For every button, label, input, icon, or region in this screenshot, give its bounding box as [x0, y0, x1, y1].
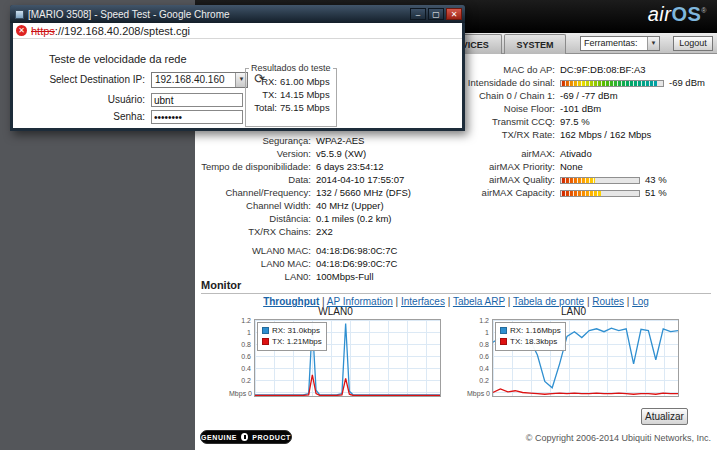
url-scheme: https [31, 25, 55, 37]
rx-series-swatch [500, 327, 507, 334]
logout-button[interactable]: Logout [673, 36, 713, 51]
speed-test-heading: Teste de velocidade da rede [49, 53, 187, 65]
status-label: Channel/Frequency: [197, 186, 311, 199]
status-row: MAC do AP:DC:9F:DB:08:BF:A3 [459, 63, 715, 76]
status-row: WLAN0 MAC:04:18:D6:98:0C:7C [197, 244, 457, 257]
status-value: 51 % [645, 187, 667, 198]
tx-legend-label: TX: 18.3kbps [510, 337, 557, 346]
maximize-button[interactable]: ▢ [428, 8, 444, 20]
genuine-product-badge: GENUINE PRODUCT [200, 430, 292, 444]
registered-mark: ® [701, 7, 707, 14]
status-row: Tempo de disponibilidade:6 days 23:54:12 [197, 160, 457, 173]
user-label: Usuário: [13, 92, 145, 108]
window-icon [15, 10, 24, 19]
tools-select[interactable]: Ferramentas: ▼ [580, 36, 660, 51]
status-value: 6 days 23:54:12 [316, 161, 384, 172]
status-value: 40 MHz (Upper) [316, 200, 384, 211]
y-tick: 0.8 [228, 341, 251, 348]
y-tick: 1 [466, 329, 489, 336]
status-row: airMAX Capacity:51 % [459, 186, 715, 199]
status-label: airMAX: [459, 147, 555, 160]
chart-wlan0: WLAN0 1.2 1 0.8 0.6 0.4 0.2 Mbps 0 RX: 3… [228, 306, 443, 404]
status-row: TX/RX Rate:162 Mbps / 162 Mbps [459, 128, 715, 141]
y-tick: 0.4 [466, 365, 489, 372]
status-value: WPA2-AES [316, 135, 364, 146]
status-value: 97.5 % [560, 116, 590, 127]
status-value: v5.5.9 (XW) [316, 148, 366, 159]
y-tick: 0.2 [466, 377, 489, 384]
y-tick: 1.2 [466, 317, 489, 324]
lan0-plot-area: RX: 1.16Mbps TX: 18.3kbps [492, 319, 679, 397]
status-value: -69 / -77 dBm [560, 90, 618, 101]
lock-icon [241, 433, 248, 441]
refresh-monitor-button[interactable]: Atualizar [641, 408, 688, 425]
window-title: [MARIO 3508] - Speed Test - Google Chrom… [28, 9, 410, 20]
status-label: Chain 0 / Chain 1: [459, 89, 555, 102]
status-value: 43 % [645, 174, 667, 185]
user-input[interactable] [151, 93, 243, 107]
airmax-quality-bar [560, 177, 640, 184]
status-label: Channel Width: [197, 199, 311, 212]
status-row: Version:v5.5.9 (XW) [197, 147, 457, 160]
tab-system[interactable]: SYSTEM [504, 34, 566, 54]
rx-legend-label: RX: 1.16Mbps [510, 326, 561, 335]
status-label: Tempo de disponibilidade: [197, 160, 311, 173]
chart-title: LAN0 [466, 306, 681, 318]
y-tick: 1.2 [228, 317, 251, 324]
status-row: TX/RX Chains:2X2 [197, 225, 457, 238]
genuine-text: GENUINE [201, 434, 237, 441]
status-right-column: MAC do AP:DC:9F:DB:08:BF:A3 Intensidade … [459, 63, 715, 199]
status-row: Transmit CCQ:97.5 % [459, 115, 715, 128]
wlan0-plot-area: RX: 31.0kbps TX: 1.21Mbps [254, 319, 441, 397]
close-button[interactable]: ✕ [446, 8, 462, 20]
airmax-capacity-bar [560, 190, 640, 197]
status-value: Ativado [560, 148, 592, 159]
status-row: Intensidade do sinal:-69 dBm [459, 76, 715, 89]
status-row: Channel Width:40 MHz (Upper) [197, 199, 457, 212]
tx-series-swatch [500, 338, 507, 345]
y-axis-unit: Mbps 0 [225, 390, 252, 397]
tx-legend-label: TX: 1.21Mbps [272, 337, 322, 346]
password-label: Senha: [13, 109, 145, 125]
copyright-text: © Copyright 2006-2014 Ubiquiti Networks,… [526, 433, 711, 443]
result-row: RX:61.00 Mbps [249, 75, 333, 88]
password-input[interactable] [151, 110, 243, 124]
status-value: 04:18:D6:98:0C:7C [316, 245, 397, 256]
desktop: airOS® SERVICES SYSTEM Ferramentas: ▼ Lo… [0, 0, 717, 450]
status-label: Transmit CCQ: [459, 115, 555, 128]
minimize-button[interactable]: – [410, 8, 426, 20]
status-label: Noise Floor: [459, 102, 555, 115]
logo-os-text: OS [671, 3, 701, 25]
result-row: TX:14.15 Mbps [249, 88, 333, 101]
status-label: airMAX Capacity: [459, 186, 555, 199]
status-value: 2X2 [316, 226, 333, 237]
status-value: 132 / 5660 MHz (DFS) [316, 187, 411, 198]
status-left-column: Segurança:WPA2-AES Version:v5.5.9 (XW) T… [197, 134, 457, 283]
y-tick: 0.4 [228, 365, 251, 372]
chart-legend: RX: 1.16Mbps TX: 18.3kbps [495, 322, 566, 351]
status-row: LAN0 MAC:04:18:D6:99:0C:7C [197, 257, 457, 270]
status-row: Channel/Frequency:132 / 5660 MHz (DFS) [197, 186, 457, 199]
status-value: 0.1 miles (0.2 km) [316, 213, 392, 224]
window-titlebar[interactable]: [MARIO 3508] - Speed Test - Google Chrom… [10, 5, 465, 23]
speed-test-window: [MARIO 3508] - Speed Test - Google Chrom… [10, 5, 465, 131]
status-value: DC:9F:DB:08:BF:A3 [560, 64, 646, 75]
status-value: None [560, 161, 583, 172]
y-tick: 0.8 [466, 341, 489, 348]
status-row: Chain 0 / Chain 1:-69 / -77 dBm [459, 89, 715, 102]
url-text[interactable]: https://192.168.40.208/sptest.cgi [31, 25, 190, 37]
y-tick: 0.2 [228, 377, 251, 384]
results-legend: Resultados do teste [249, 63, 333, 73]
rx-series-swatch [262, 327, 269, 334]
status-label: Data: [197, 173, 311, 186]
dest-ip-select[interactable]: 192.168.40.160 ▼ [151, 72, 248, 88]
chart-title: WLAN0 [228, 306, 443, 318]
y-axis-unit: Mbps 0 [463, 390, 490, 397]
status-label: Segurança: [197, 134, 311, 147]
results-fieldset: Resultados do teste RX:61.00 Mbps TX:14.… [245, 63, 337, 127]
y-tick: 0.6 [466, 353, 489, 360]
status-label: TX/RX Rate: [459, 128, 555, 141]
address-bar[interactable]: ✕ https://192.168.40.208/sptest.cgi [13, 23, 462, 39]
tx-series-swatch [262, 338, 269, 345]
status-row: Data:2014-04-10 17:55:07 [197, 173, 457, 186]
